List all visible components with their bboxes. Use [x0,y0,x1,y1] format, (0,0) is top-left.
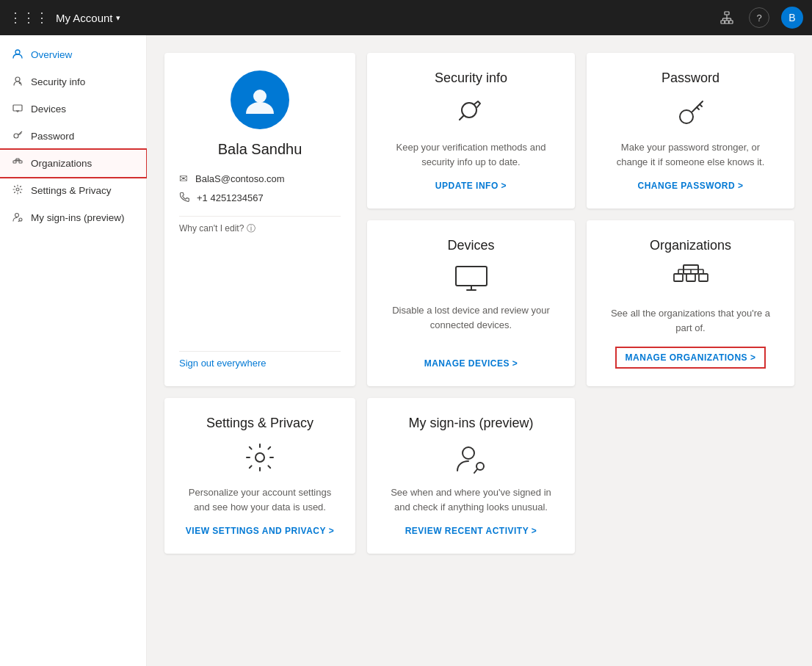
title-chevron-icon: ▾ [116,13,120,23]
organizations-title: Organizations [650,238,731,253]
sidebar-item-overview[interactable]: Overview [0,41,146,68]
svg-rect-48 [699,274,708,281]
why-edit-text[interactable]: Why can't I edit? ⓘ [179,222,255,235]
change-password-link[interactable]: CHANGE PASSWORD > [638,181,744,191]
app-title-text: My Account [56,12,113,24]
svg-rect-0 [725,12,729,15]
settings-privacy-card: Settings & Privacy Personalize your acco… [164,398,355,554]
svg-rect-37 [456,267,487,286]
svg-rect-20 [13,161,16,163]
security-info-card: Security info Keep your verification met… [367,53,575,209]
svg-rect-1 [721,21,725,23]
review-recent-activity-link[interactable]: REVIEW RECENT ACTIVITY > [405,526,537,536]
profile-email-row: ✉ BalaS@contoso.com [179,173,285,184]
organizations-card-icon [673,264,709,297]
profile-avatar [231,70,289,129]
profile-phone: +1 4251234567 [197,192,264,203]
sidebar-item-settings-privacy-label: Settings & Privacy [31,185,112,196]
sidebar: Overview Security info Devices Password [0,35,147,666]
help-icon[interactable]: ? [749,7,769,28]
sidebar-item-overview-label: Overview [31,49,72,60]
grid-icon[interactable]: ⋮⋮⋮ [9,10,48,26]
sidebar-item-security-info[interactable]: Security info [0,68,146,95]
svg-point-32 [462,103,476,117]
sidebar-item-organizations[interactable]: Organizations [0,150,146,177]
password-title: Password [661,70,719,86]
topbar-left: ⋮⋮⋮ My Account ▾ [9,10,120,26]
main-layout: Overview Security info Devices Password [0,35,812,666]
manage-devices-link[interactable]: MANAGE DEVICES > [424,358,518,369]
security-info-icon [12,76,23,88]
svg-rect-46 [674,274,683,281]
devices-card: Devices Disable a lost device and review… [367,220,575,386]
overview-icon [12,48,23,61]
sidebar-item-settings-privacy[interactable]: Settings & Privacy [0,177,146,204]
settings-privacy-desc: Personalize your account settings and se… [182,485,338,514]
svg-point-9 [15,50,20,54]
svg-point-31 [253,90,267,103]
svg-rect-13 [13,105,22,111]
sidebar-item-password-label: Password [31,131,74,142]
svg-line-35 [700,104,702,106]
svg-rect-2 [725,21,729,23]
topbar-right: ? B [717,7,803,29]
view-settings-privacy-link[interactable]: VIEW SETTINGS AND PRIVACY > [186,526,334,536]
my-signins-icon [455,441,487,477]
devices-card-icon [454,264,489,294]
security-info-icon [455,96,487,131]
settings-privacy-icon [12,184,23,197]
svg-point-49 [255,453,264,462]
user-avatar[interactable]: B [781,7,803,29]
org-diagram-icon[interactable] [717,7,737,28]
organizations-icon [12,157,23,170]
info-icon: ⓘ [247,223,255,234]
phone-icon [179,192,189,204]
devices-icon [12,103,23,115]
svg-point-16 [14,134,18,138]
sidebar-item-devices-label: Devices [31,104,66,115]
svg-line-19 [20,134,21,135]
password-icon [675,96,707,131]
svg-line-30 [18,221,20,222]
security-info-desc: Keep your verification methods and secur… [385,140,557,169]
profile-email: BalaS@contoso.com [195,173,285,184]
svg-rect-3 [729,21,733,23]
password-desc: Make your password stronger, or change i… [604,140,777,169]
topbar: ⋮⋮⋮ My Account ▾ ? B [0,0,812,35]
sidebar-item-security-info-label: Security info [31,76,85,87]
my-signins-card: My sign-ins (preview) See when and where… [367,398,575,554]
password-card: Password Make your password stronger, or… [587,53,794,209]
app-title[interactable]: My Account ▾ [56,12,120,24]
password-icon [12,130,23,142]
update-info-link[interactable]: UPDATE INFO > [435,181,507,191]
profile-phone-row: +1 4251234567 [179,192,264,204]
organizations-desc: See all the organizations that you're a … [604,306,777,335]
sign-out-everywhere-link[interactable]: Sign out everywhere [179,358,267,369]
svg-rect-22 [19,161,22,163]
profile-divider [179,216,341,217]
devices-desc: Disable a lost device and review your co… [385,303,557,347]
profile-card: Bala Sandhu ✉ BalaS@contoso.com +1 42512… [164,53,355,386]
my-signins-desc: See when and where you've signed in and … [385,485,557,514]
my-signins-title: My sign-ins (preview) [408,416,533,431]
sidebar-item-organizations-label: Organizations [31,158,92,169]
profile-divider2 [179,351,341,352]
sidebar-item-my-signins[interactable]: My sign-ins (preview) [0,204,146,231]
svg-point-50 [463,447,474,459]
devices-title: Devices [447,238,494,253]
svg-point-27 [16,188,19,191]
manage-organizations-link[interactable]: MANAGE ORGANIZATIONS > [615,347,766,369]
settings-privacy-title: Settings & Privacy [206,416,313,431]
main-content: Bala Sandhu ✉ BalaS@contoso.com +1 42512… [147,35,812,666]
my-signins-icon [12,211,23,224]
svg-line-18 [21,133,21,134]
email-icon: ✉ [179,173,188,184]
profile-name: Bala Sandhu [218,141,302,158]
settings-privacy-icon [244,441,276,477]
svg-point-10 [15,77,20,82]
svg-line-52 [474,469,477,473]
sidebar-item-my-signins-label: My sign-ins (preview) [31,212,125,223]
sidebar-item-devices[interactable]: Devices [0,95,146,123]
sidebar-item-password[interactable]: Password [0,123,146,150]
svg-point-33 [680,110,693,123]
